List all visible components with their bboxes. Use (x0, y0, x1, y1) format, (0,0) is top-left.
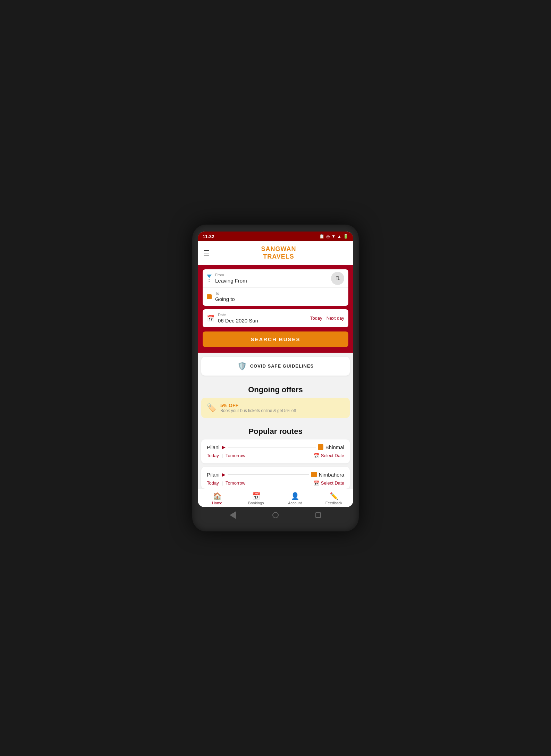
battery-icon: 🔋 (343, 234, 348, 239)
bottom-nav: 🏠 Home 📅 Bookings 👤 Account ✏️ Feedback (198, 489, 353, 507)
brand-line1: SANGWAN (210, 245, 348, 253)
wifi-icon: ▼ (331, 234, 336, 239)
select-date-label-1: Select Date (321, 453, 344, 458)
from-value: Leaving From (215, 278, 247, 284)
home-button[interactable] (272, 511, 279, 519)
search-section: From Leaving From ⇅ To Going to (198, 265, 353, 353)
select-date-btn-2[interactable]: 📅 Select Date (313, 480, 344, 486)
route-bottom-1: Today | Tomorrow 📅 Select Date (207, 453, 344, 459)
ongoing-offers-title: Ongoing offers (201, 380, 350, 398)
offer-description: Book your bus tickets online & get 5% of… (220, 408, 296, 413)
nav-home-label: Home (212, 501, 222, 505)
route-line-1 (228, 447, 316, 447)
route-origin-2: Pilani (207, 472, 220, 478)
select-date-btn-1[interactable]: 📅 Select Date (313, 453, 344, 459)
offer-discount: 5% OFF (220, 403, 296, 408)
brand-line2: TRAVELS (210, 253, 348, 261)
status-icons: 📋 ◎ ▼ ▲ 🔋 (319, 234, 348, 239)
nav-account-label: Account (288, 501, 302, 505)
brand-logo: SANGWAN TRAVELS (210, 245, 348, 260)
popular-routes-title: Popular routes (201, 421, 350, 439)
to-icon (207, 294, 212, 299)
nav-account[interactable]: 👤 Account (276, 489, 314, 507)
signal-icon: ▲ (337, 234, 341, 239)
back-button[interactable] (229, 511, 237, 519)
to-row[interactable]: To Going to (203, 288, 348, 306)
route-arrow-2: ▶ (222, 472, 226, 477)
route-bottom-2: Today | Tomorrow 📅 Select Date (207, 480, 344, 486)
route-top-1: Pilani ▶ Bhinmal (207, 444, 344, 450)
date-label: Date (218, 313, 258, 317)
status-time: 11:32 (203, 234, 214, 239)
swap-button[interactable]: ⇅ (331, 272, 344, 285)
date-left: 📅 Date 06 Dec 2020 Sun (207, 313, 258, 324)
nav-feedback[interactable]: ✏️ Feedback (314, 489, 353, 507)
device-frame: 11:32 📋 ◎ ▼ ▲ 🔋 ☰ SANGWAN TRAVELS (192, 225, 359, 531)
route-divider-1: | (222, 453, 223, 458)
device-nav (198, 507, 353, 521)
home-icon: 🏠 (213, 492, 222, 500)
to-label: To (215, 291, 235, 295)
from-row[interactable]: From Leaving From ⇅ (203, 269, 348, 288)
select-date-calendar-icon-1: 📅 (313, 453, 319, 459)
date-value: 06 Dec 2020 Sun (218, 318, 258, 324)
date-calendar-icon: 📅 (207, 314, 214, 322)
offer-tag-icon: 🏷️ (207, 403, 216, 412)
app-screen: 11:32 📋 ◎ ▼ ▲ 🔋 ☰ SANGWAN TRAVELS (198, 232, 353, 507)
sim-icon: 📋 (319, 234, 324, 239)
location-icon: ◎ (326, 234, 330, 239)
next-day-button[interactable]: Next day (327, 316, 344, 321)
date-info: Date 06 Dec 2020 Sun (218, 313, 258, 324)
offer-card[interactable]: 🏷️ 5% OFF Book your bus tickets online &… (201, 398, 350, 418)
today-button[interactable]: Today (310, 316, 322, 321)
route-tomorrow-btn-2[interactable]: Tomorrow (226, 480, 245, 486)
from-input-area[interactable]: From Leaving From (215, 273, 247, 284)
covid-shield-icon: 🛡️ (237, 362, 247, 371)
date-card: 📅 Date 06 Dec 2020 Sun Today Next day (203, 309, 348, 327)
date-row: 📅 Date 06 Dec 2020 Sun Today Next day (203, 309, 348, 327)
route-card-1: Pilani ▶ Bhinmal Today | Tomorrow 📅 Sele… (201, 439, 350, 463)
search-buses-button[interactable]: SEARCH BUSES (203, 331, 348, 347)
offer-content: 5% OFF Book your bus tickets online & ge… (220, 403, 296, 413)
to-value: Going to (215, 296, 235, 302)
covid-text: COVID SAFE GUIDELINES (250, 363, 314, 369)
route-tomorrow-btn-1[interactable]: Tomorrow (226, 453, 245, 458)
select-date-calendar-icon-2: 📅 (313, 480, 319, 486)
route-dest-icon-1 (318, 444, 323, 450)
covid-banner[interactable]: 🛡️ COVID SAFE GUIDELINES (201, 357, 350, 376)
to-input-area[interactable]: To Going to (215, 291, 235, 302)
account-icon: 👤 (291, 492, 299, 500)
route-line-2 (228, 474, 309, 475)
route-dest-icon-2 (311, 472, 317, 477)
route-dest-2: Nimbahera (319, 472, 344, 478)
app-header: ☰ SANGWAN TRAVELS (198, 241, 353, 265)
route-origin-1: Pilani (207, 444, 220, 450)
recents-button[interactable] (314, 511, 322, 519)
nav-feedback-label: Feedback (325, 501, 342, 505)
route-card-2: Pilani ▶ Nimbahera Today | Tomorrow 📅 Se… (201, 467, 350, 489)
from-icon (207, 275, 212, 282)
swap-icon: ⇅ (336, 275, 340, 282)
route-divider-2: | (222, 480, 223, 486)
date-actions: Today Next day (310, 316, 344, 321)
route-dest-1: Bhinmal (325, 444, 344, 450)
menu-icon[interactable]: ☰ (203, 249, 210, 257)
nav-bookings-label: Bookings (248, 501, 264, 505)
nav-home[interactable]: 🏠 Home (198, 489, 237, 507)
status-bar: 11:32 📋 ◎ ▼ ▲ 🔋 (198, 232, 353, 241)
route-today-btn-1[interactable]: Today (207, 453, 219, 458)
from-label: From (215, 273, 247, 277)
from-to-card: From Leaving From ⇅ To Going to (203, 269, 348, 306)
nav-bookings[interactable]: 📅 Bookings (237, 489, 276, 507)
route-dates-1: Today | Tomorrow (207, 453, 245, 458)
select-date-label-2: Select Date (321, 480, 344, 486)
route-today-btn-2[interactable]: Today (207, 480, 219, 486)
route-top-2: Pilani ▶ Nimbahera (207, 472, 344, 478)
route-dates-2: Today | Tomorrow (207, 480, 245, 486)
feedback-icon: ✏️ (330, 492, 338, 500)
main-content: Ongoing offers 🏷️ 5% OFF Book your bus t… (198, 380, 353, 489)
bookings-icon: 📅 (252, 492, 261, 500)
route-arrow-1: ▶ (222, 444, 226, 450)
